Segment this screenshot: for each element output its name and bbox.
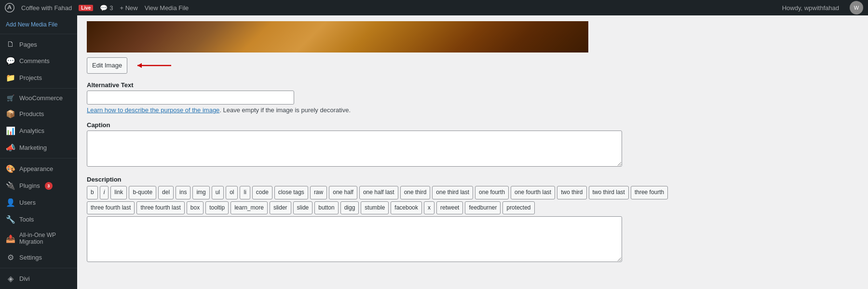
sidebar-item-tools[interactable]: 🔧 Tools — [0, 211, 77, 228]
toolbar-btn-threefourth[interactable]: three fourth — [631, 186, 668, 199]
toolbar-btn-link[interactable]: link — [110, 186, 127, 199]
description-input[interactable] — [87, 216, 622, 262]
alt-text-label: Alternative Text — [87, 81, 858, 89]
alt-text-input[interactable] — [87, 91, 294, 105]
toolbar-btn-closetags[interactable]: close tags — [274, 186, 308, 199]
toolbar-btn-twothird[interactable]: two third — [557, 186, 586, 199]
sidebar: Add New Media File 🗋 Pages 💬 Comments 📁 … — [0, 15, 77, 289]
toolbar-btn-onehalflast[interactable]: one half last — [359, 186, 398, 199]
editor-toolbar-row2: three fourth last three fourth last box … — [87, 201, 858, 215]
toolbar-btn-box[interactable]: box — [187, 201, 203, 215]
toolbar-btn-onethirdlast[interactable]: one third last — [432, 186, 473, 199]
toolbar-btn-x[interactable]: x — [424, 201, 434, 215]
sidebar-item-products[interactable]: 📦 Products — [0, 105, 77, 122]
projects-icon: 📁 — [6, 73, 15, 82]
appearance-icon: 🎨 — [6, 164, 15, 173]
adminbar-view-media[interactable]: View Media File — [145, 4, 189, 12]
menu-separator-4 — [0, 268, 77, 268]
toolbar-btn-feedburner[interactable]: feedburner — [465, 201, 501, 215]
sidebar-item-settings[interactable]: ⚙ Settings — [0, 249, 77, 266]
main-content: Edit Image Alternative Text Learn how to… — [77, 15, 868, 289]
toolbar-btn-onethird[interactable]: one third — [400, 186, 431, 199]
admin-bar: Coffee with Fahad Live 💬 3 + New View Me… — [0, 0, 868, 15]
alt-text-help-rest: . Leave empty if the image is purely dec… — [219, 106, 351, 114]
toolbar-btn-ins[interactable]: ins — [176, 186, 190, 199]
avatar: W — [850, 1, 863, 14]
editor-toolbar: b i link b-quote del ins img ul ol li co… — [87, 186, 858, 199]
menu-separator-3 — [0, 158, 77, 158]
toolbar-btn-threefourth-last2[interactable]: three fourth last — [136, 201, 184, 215]
toolbar-btn-raw[interactable]: raw — [310, 186, 327, 199]
divi-icon: ◈ — [6, 274, 15, 283]
toolbar-btn-del[interactable]: del — [158, 186, 174, 199]
menu-separator-2 — [0, 88, 77, 89]
caption-label: Caption — [87, 121, 858, 129]
toolbar-btn-ul[interactable]: ul — [212, 186, 224, 199]
toolbar-btn-ol[interactable]: ol — [226, 186, 238, 199]
sidebar-item-pages[interactable]: 🗋 Pages — [0, 36, 77, 53]
sidebar-item-woocommerce[interactable]: 🛒 WooCommerce — [0, 91, 77, 105]
edit-image-button[interactable]: Edit Image — [87, 57, 127, 74]
toolbar-btn-slider[interactable]: slider — [270, 201, 291, 215]
toolbar-btn-onefourth[interactable]: one fourth — [475, 186, 509, 199]
sidebar-item-users[interactable]: 👤 Users — [0, 194, 77, 211]
users-icon: 👤 — [6, 198, 15, 207]
svg-marker-1 — [137, 63, 142, 68]
toolbar-btn-bquote[interactable]: b-quote — [129, 186, 156, 199]
arrow-svg — [135, 61, 174, 70]
adminbar-new[interactable]: + New — [120, 4, 138, 12]
comments-icon: 💬 — [100, 4, 108, 12]
sidebar-item-appearance[interactable]: 🎨 Appearance — [0, 160, 77, 177]
sidebar-item-all-in-one[interactable]: 📤 All-in-One WP Migration — [0, 228, 77, 249]
marketing-icon: 📣 — [6, 143, 15, 152]
plugins-icon: 🔌 — [6, 181, 15, 190]
caption-input[interactable] — [87, 131, 622, 167]
caption-field: Caption — [87, 121, 858, 168]
allinone-icon: 📤 — [6, 234, 15, 243]
adminbar-howdy: Howdy, wpwithfahad — [782, 4, 839, 12]
toolbar-btn-tooltip[interactable]: tooltip — [205, 201, 229, 215]
toolbar-btn-onehalf[interactable]: one half — [329, 186, 357, 199]
site-name[interactable]: Coffee with Fahad — [21, 4, 72, 12]
alt-text-field: Alternative Text Learn how to describe t… — [87, 81, 858, 114]
toolbar-btn-i[interactable]: i — [100, 186, 109, 199]
toolbar-btn-stumble[interactable]: stumble — [361, 201, 389, 215]
plugins-badge: 3 — [45, 182, 53, 190]
sidebar-item-comments[interactable]: 💬 Comments — [0, 53, 77, 69]
toolbar-btn-learnmore[interactable]: learn_more — [231, 201, 268, 215]
toolbar-btn-digg[interactable]: digg — [340, 201, 359, 215]
toolbar-btn-b[interactable]: b — [87, 186, 98, 199]
comments-sidebar-icon: 💬 — [6, 56, 15, 66]
alt-text-help: Learn how to describe the purpose of the… — [87, 106, 858, 114]
toolbar-btn-img[interactable]: img — [192, 186, 209, 199]
image-preview — [87, 21, 588, 53]
sidebar-item-divi[interactable]: ◈ Divi — [0, 270, 77, 287]
toolbar-btn-button[interactable]: button — [314, 201, 338, 215]
pages-icon: 🗋 — [6, 40, 15, 49]
toolbar-btn-threefourth-last[interactable]: three fourth last — [87, 201, 135, 215]
alt-text-help-link[interactable]: Learn how to describe the purpose of the… — [87, 106, 219, 114]
sidebar-item-projects[interactable]: 📁 Projects — [0, 69, 77, 86]
settings-icon: ⚙ — [6, 253, 15, 262]
adminbar-comments[interactable]: 💬 3 — [100, 4, 113, 12]
products-icon: 📦 — [6, 109, 15, 118]
edit-image-row: Edit Image — [87, 57, 858, 74]
toolbar-btn-facebook[interactable]: facebook — [391, 201, 422, 215]
toolbar-btn-onefourth-last[interactable]: one fourth last — [511, 186, 555, 199]
menu-separator — [0, 34, 77, 34]
sidebar-item-plugins[interactable]: 🔌 Plugins 3 — [0, 177, 77, 194]
toolbar-btn-twothirdlast[interactable]: two third last — [589, 186, 629, 199]
sidebar-add-media[interactable]: Add New Media File — [0, 17, 77, 32]
sidebar-item-analytics[interactable]: 📊 Analytics — [0, 122, 77, 139]
toolbar-btn-retweet[interactable]: retweet — [436, 201, 463, 215]
toolbar-btn-slide[interactable]: slide — [293, 201, 313, 215]
toolbar-btn-code[interactable]: code — [252, 186, 272, 199]
toolbar-btn-protected[interactable]: protected — [502, 201, 534, 215]
description-section: Description b i link b-quote del ins img… — [87, 176, 858, 263]
analytics-icon: 📊 — [6, 126, 15, 135]
description-label: Description — [87, 176, 858, 183]
live-badge: Live — [79, 5, 93, 11]
wp-logo-icon — [5, 3, 14, 13]
toolbar-btn-li[interactable]: li — [240, 186, 250, 199]
sidebar-item-marketing[interactable]: 📣 Marketing — [0, 139, 77, 156]
